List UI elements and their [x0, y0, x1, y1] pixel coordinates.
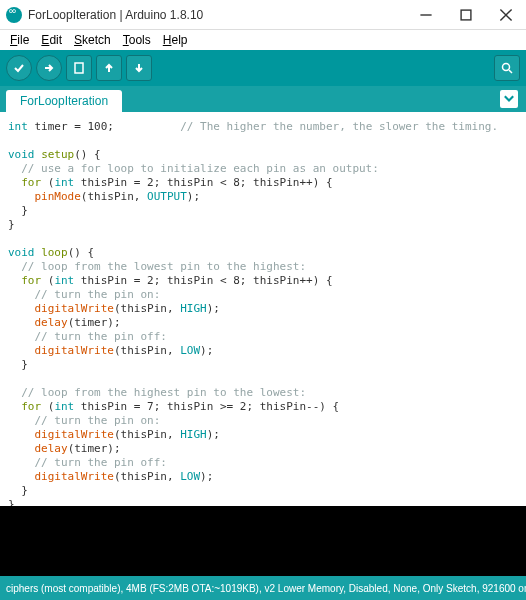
toolbar [0, 50, 526, 86]
window-controls [406, 0, 526, 30]
arrow-down-icon [132, 61, 146, 75]
upload-button[interactable] [36, 55, 62, 81]
app-icon [6, 7, 22, 23]
close-icon [499, 8, 513, 22]
verify-button[interactable] [6, 55, 32, 81]
status-text: ciphers (most compatible), 4MB (FS:2MB O… [6, 583, 526, 594]
titlebar: ForLoopIteration | Arduino 1.8.10 [0, 0, 526, 30]
serial-monitor-icon [500, 61, 514, 75]
minimize-button[interactable] [406, 0, 446, 30]
svg-rect-1 [75, 63, 83, 73]
status-bar: ciphers (most compatible), 4MB (FS:2MB O… [0, 576, 526, 600]
maximize-button[interactable] [446, 0, 486, 30]
arrow-right-icon [42, 61, 56, 75]
svg-point-2 [503, 64, 510, 71]
code-editor[interactable]: int timer = 100; // The higher the numbe… [0, 112, 526, 506]
console-output[interactable] [0, 506, 526, 576]
window-title: ForLoopIteration | Arduino 1.8.10 [28, 8, 406, 22]
new-button[interactable] [66, 55, 92, 81]
new-file-icon [72, 61, 86, 75]
menu-file[interactable]: File [4, 31, 35, 49]
tab-sketch[interactable]: ForLoopIteration [6, 90, 122, 112]
code-content: int timer = 100; // The higher the numbe… [8, 120, 518, 506]
menu-tools[interactable]: Tools [117, 31, 157, 49]
menu-sketch[interactable]: Sketch [68, 31, 117, 49]
menu-edit[interactable]: Edit [35, 31, 68, 49]
check-icon [12, 61, 26, 75]
tabbar: ForLoopIteration [0, 86, 526, 112]
menubar: File Edit Sketch Tools Help [0, 30, 526, 50]
svg-rect-0 [461, 10, 471, 20]
close-button[interactable] [486, 0, 526, 30]
save-button[interactable] [126, 55, 152, 81]
maximize-icon [459, 8, 473, 22]
arrow-up-icon [102, 61, 116, 75]
minimize-icon [419, 8, 433, 22]
serial-monitor-button[interactable] [494, 55, 520, 81]
chevron-down-icon [502, 92, 516, 106]
tab-dropdown-button[interactable] [500, 90, 518, 108]
open-button[interactable] [96, 55, 122, 81]
menu-help[interactable]: Help [157, 31, 194, 49]
